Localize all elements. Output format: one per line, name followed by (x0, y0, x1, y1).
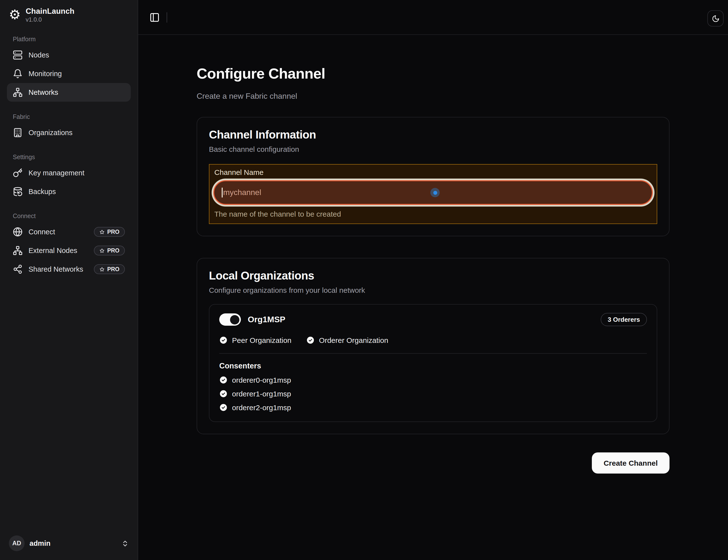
check-circle-icon (219, 376, 228, 384)
pro-badge: PRO (94, 246, 125, 256)
sidebar-nav: PlatformNodesMonitoringNetworksFabricOrg… (7, 24, 131, 279)
sidebar-item-label: External Nodes (29, 247, 77, 255)
gear-logo-icon: ⚙ (9, 8, 21, 22)
main-area: Configure Channel Create a new Fabric ch… (138, 0, 728, 560)
star-icon (99, 267, 105, 272)
consenter-item: orderer0-org1msp (219, 376, 647, 384)
page-title: Configure Channel (197, 65, 670, 82)
app-logo: ⚙ ChainLaunch v1.0.0 (7, 6, 131, 24)
local-organizations-title: Local Organizations (209, 269, 657, 282)
org-roles: Peer OrganizationOrderer Organization (219, 336, 647, 344)
org-role-label: Orderer Organization (319, 336, 388, 344)
org-role-peer-organization: Peer Organization (219, 336, 291, 344)
sidebar-item-connect[interactable]: ConnectPRO (7, 223, 131, 241)
app-root: ⚙ ChainLaunch v1.0.0 PlatformNodesMonito… (0, 0, 728, 560)
local-organizations-card: Local Organizations Configure organizati… (197, 258, 670, 434)
org-role-label: Peer Organization (232, 336, 291, 344)
user-name: admin (29, 539, 50, 547)
building-icon (13, 128, 23, 138)
org-enabled-toggle[interactable] (219, 313, 241, 326)
create-channel-button[interactable]: Create Channel (592, 452, 670, 473)
globe-icon (13, 227, 23, 237)
star-icon (99, 248, 105, 253)
channel-information-title: Channel Information (209, 128, 657, 142)
sidebar-item-label: Organizations (29, 129, 73, 137)
consenter-item: orderer1-org1msp (219, 389, 647, 398)
pro-badge: PRO (94, 227, 125, 237)
sidebar-item-backups[interactable]: Backups (7, 182, 131, 201)
theme-toggle-button[interactable] (707, 10, 724, 27)
channel-name-label: Channel Name (213, 168, 263, 176)
sidebar-item-shared-networks[interactable]: Shared NetworksPRO (7, 260, 131, 279)
consenter-label: orderer1-org1msp (232, 389, 291, 398)
sidebar-item-networks[interactable]: Networks (7, 83, 131, 102)
sidebar: ⚙ ChainLaunch v1.0.0 PlatformNodesMonito… (0, 0, 138, 560)
orderers-count-badge: 3 Orderers (601, 313, 647, 326)
sidebar-item-label: Key management (29, 169, 84, 177)
key-icon (13, 168, 23, 178)
sidebar-item-organizations[interactable]: Organizations (7, 123, 131, 142)
pro-badge-label: PRO (107, 248, 119, 254)
check-circle-icon (219, 389, 228, 398)
share-icon (13, 264, 23, 274)
sidebar-item-external-nodes[interactable]: External NodesPRO (7, 241, 131, 260)
sidebar-section-label-fabric: Fabric (7, 114, 131, 120)
check-circle-icon (219, 403, 228, 412)
consenter-list: orderer0-org1msporderer1-org1msporderer2… (219, 376, 647, 412)
topbar (138, 0, 728, 35)
sidebar-toggle-button[interactable] (149, 12, 160, 22)
app-name: ChainLaunch (26, 7, 74, 16)
check-circle-icon (219, 336, 228, 344)
check-circle-icon (306, 336, 315, 344)
channel-name-input[interactable] (213, 180, 653, 205)
user-menu[interactable]: AD admin (7, 533, 131, 553)
network-icon (13, 246, 23, 256)
sidebar-section-label-settings: Settings (7, 154, 131, 161)
pro-badge-label: PRO (107, 266, 119, 272)
page-subtitle: Create a new Fabric channel (197, 92, 670, 101)
org-name: Org1MSP (248, 314, 285, 324)
org-item: Org1MSP 3 Orderers Peer OrganizationOrde… (209, 304, 657, 422)
consenters-label: Consenters (219, 361, 647, 370)
divider (219, 353, 647, 354)
sidebar-section-label-platform: Platform (7, 36, 131, 43)
app-version: v1.0.0 (26, 16, 74, 23)
sidebar-item-key-management[interactable]: Key management (7, 164, 131, 182)
org-role-orderer-organization: Orderer Organization (306, 336, 388, 344)
sidebar-item-label: Backups (29, 188, 56, 196)
sidebar-item-label: Shared Networks (29, 265, 83, 273)
sidebar-item-nodes[interactable]: Nodes (7, 46, 131, 64)
sidebar-section-label-connect: Connect (7, 213, 131, 220)
channel-name-helper: The name of the channel to be created (213, 210, 653, 218)
avatar: AD (9, 535, 25, 551)
pro-badge-label: PRO (107, 229, 119, 235)
star-icon (99, 229, 105, 235)
server-icon (13, 50, 23, 60)
channel-information-subtitle: Basic channel configuration (209, 145, 657, 153)
bell-icon (13, 69, 23, 79)
database-backup-icon (13, 187, 23, 197)
consenter-label: orderer2-org1msp (232, 403, 291, 412)
pro-badge: PRO (94, 264, 125, 274)
moon-icon (712, 14, 719, 22)
topbar-divider (167, 12, 167, 22)
channel-information-card: Channel Information Basic channel config… (197, 117, 670, 236)
consenter-label: orderer0-org1msp (232, 376, 291, 384)
sidebar-item-label: Connect (29, 228, 55, 236)
footer-actions: Create Channel (197, 452, 670, 473)
chevrons-up-down-icon (121, 540, 129, 547)
consenter-item: orderer2-org1msp (219, 403, 647, 412)
sidebar-item-label: Monitoring (29, 70, 62, 78)
sidebar-item-label: Nodes (29, 51, 49, 59)
channel-name-input-wrap (213, 180, 653, 205)
page-content: Configure Channel Create a new Fabric ch… (197, 35, 670, 473)
sidebar-item-label: Networks (29, 88, 58, 96)
sidebar-item-monitoring[interactable]: Monitoring (7, 64, 131, 83)
toggle-knob (230, 315, 239, 324)
network-icon (13, 87, 23, 97)
local-organizations-subtitle: Configure organizations from your local … (209, 286, 657, 294)
channel-name-field-highlight: Channel Name The name of the channel to … (209, 164, 657, 224)
